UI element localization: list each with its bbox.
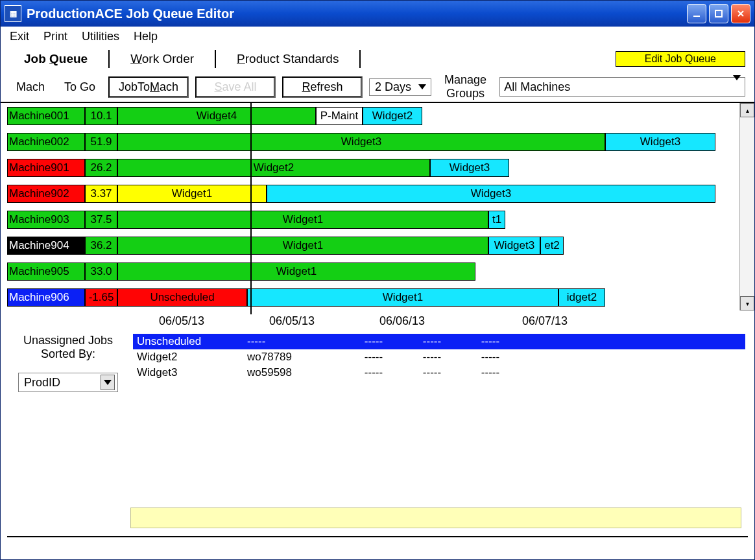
unassigned-list[interactable]: Unscheduled--------------------Widget2wo… xyxy=(133,334,745,392)
axis-tick: 06/06/13 xyxy=(379,314,522,330)
machine-cell[interactable]: Machine002 xyxy=(7,133,85,151)
status-strip xyxy=(130,508,741,528)
titlebar: ▦ ProductionACE Job Queue Editor xyxy=(1,1,754,27)
machine-cell[interactable]: Machine902 xyxy=(7,185,85,203)
tab-job-queue[interactable]: Job Queue xyxy=(10,52,102,66)
unassigned-cell: Unscheduled xyxy=(137,335,221,348)
refresh-key: R xyxy=(302,80,311,93)
togo-cell: 3.37 xyxy=(85,185,117,203)
unassigned-cell: ----- xyxy=(357,335,390,348)
axis-tick: 06/05/13 xyxy=(159,314,269,330)
menu-utilities[interactable]: Utilities xyxy=(82,30,119,43)
togo-cell: 26.2 xyxy=(85,159,117,177)
tab-product-standards[interactable]: Product Standards xyxy=(222,52,353,66)
job-bar[interactable]: Widget3 xyxy=(605,133,715,151)
gantt-area: Machine00110.1Widget4P-MaintWidget2Machi… xyxy=(1,103,754,314)
gantt-row[interactable]: Machine9023.37Widget1Widget3 xyxy=(7,185,739,203)
time-axis: 06/05/13 06/05/13 06/06/13 06/07/13 xyxy=(1,314,754,330)
job-bar[interactable]: Widget3 xyxy=(117,133,605,151)
job-bar[interactable]: Widget1 xyxy=(117,262,475,281)
gantt-row[interactable]: Machine906-1.65UnscheduledWidget1idget2 xyxy=(7,288,739,307)
unassigned-row[interactable]: Widget3wo59598--------------- xyxy=(133,365,745,380)
job-bar[interactable]: Widget1 xyxy=(117,185,267,203)
chevron-down-icon xyxy=(733,80,741,94)
manage-groups-button[interactable]: ManageGroups xyxy=(438,73,493,100)
refresh-button[interactable]: Refresh xyxy=(282,76,363,98)
sort-by-value: ProdID xyxy=(24,376,60,390)
menubar: Exit Print Utilities Help xyxy=(1,27,754,46)
gantt-chart: Machine00110.1Widget4P-MaintWidget2Machi… xyxy=(1,103,739,314)
job-bar[interactable]: Widget1 xyxy=(247,288,558,307)
job-bar[interactable]: Widget3 xyxy=(488,237,540,255)
unassigned-cell: ----- xyxy=(357,351,390,364)
toolbar: Mach To Go JobToMach Save All Refresh 2 … xyxy=(1,72,754,103)
job-to-mach-button[interactable]: JobToMach xyxy=(108,76,189,98)
scroll-down-button[interactable]: ▾ xyxy=(740,296,754,310)
machine-filter-select[interactable]: All Machines xyxy=(499,77,745,97)
menu-print[interactable]: Print xyxy=(43,30,67,43)
axis-tick: 06/07/13 xyxy=(522,314,632,330)
gantt-row[interactable]: Machine90436.2Widget1Widget3et2 xyxy=(7,237,739,255)
sort-by-select[interactable]: ProdID xyxy=(18,373,118,392)
maximize-button[interactable] xyxy=(709,4,728,23)
togo-cell: 51.9 xyxy=(85,133,117,151)
svg-rect-0 xyxy=(693,16,700,17)
vertical-scrollbar[interactable]: ▴ ▾ xyxy=(739,103,754,310)
gantt-row[interactable]: Machine90126.2Widget2Widget3 xyxy=(7,159,739,177)
menu-exit[interactable]: Exit xyxy=(10,30,29,43)
col-header-mach: Mach xyxy=(10,80,51,94)
tab-separator xyxy=(359,50,361,68)
machine-cell[interactable]: Machine001 xyxy=(7,107,85,125)
now-marker xyxy=(250,103,252,314)
gantt-row[interactable]: Machine00251.9Widget3Widget3 xyxy=(7,133,739,151)
time-range-select[interactable]: 2 Days xyxy=(369,78,431,96)
unassigned-cell: ----- xyxy=(416,335,448,348)
time-range-value: 2 Days xyxy=(375,80,411,94)
minimize-button[interactable] xyxy=(687,4,706,23)
tab-work-order[interactable]: Work Order xyxy=(116,52,208,66)
machine-cell[interactable]: Machine901 xyxy=(7,159,85,177)
machine-filter-value: All Machines xyxy=(504,80,570,94)
job-bar[interactable]: Widget1 xyxy=(117,237,488,255)
job-bar[interactable]: Widget4 xyxy=(117,107,316,125)
machine-cell[interactable]: Machine903 xyxy=(7,211,85,229)
unassigned-cell: wo78789 xyxy=(247,351,331,364)
edit-job-queue-button[interactable]: Edit Job Queue xyxy=(616,51,745,67)
unassigned-section: Unassigned Jobs Sorted By: ProdID Unsche… xyxy=(1,330,754,392)
machine-cell[interactable]: Machine906 xyxy=(7,288,85,307)
close-button[interactable] xyxy=(731,4,750,23)
unassigned-cell: Widget2 xyxy=(137,351,221,364)
unassigned-cell: ----- xyxy=(474,366,507,379)
job-bar[interactable]: Widget1 xyxy=(117,211,488,229)
scroll-up-button[interactable]: ▴ xyxy=(740,103,754,117)
unassigned-cell: ----- xyxy=(474,351,507,364)
job-bar[interactable]: t1 xyxy=(488,211,505,229)
unassigned-title-2: Sorted By: xyxy=(41,347,95,361)
close-icon xyxy=(736,9,745,18)
machine-cell[interactable]: Machine904 xyxy=(7,237,85,255)
menu-help[interactable]: Help xyxy=(134,30,158,43)
job-bar[interactable]: Widget3 xyxy=(430,159,509,177)
job-bar[interactable]: Widget2 xyxy=(363,107,422,125)
job-bar[interactable]: P-Maint xyxy=(316,107,363,125)
job-bar[interactable]: et2 xyxy=(540,237,564,255)
gantt-row[interactable]: Machine90533.0Widget1 xyxy=(7,262,739,281)
window-title: ProductionACE Job Queue Editor xyxy=(27,6,687,21)
tab-work-order-key: W xyxy=(130,52,142,65)
job-bar[interactable]: Unscheduled xyxy=(117,288,247,307)
togo-cell: 10.1 xyxy=(85,107,117,125)
unassigned-row[interactable]: Widget2wo78789--------------- xyxy=(133,349,745,365)
unassigned-cell: ----- xyxy=(247,335,331,348)
tab-row: Job Queue Work Order Product Standards E… xyxy=(1,46,754,72)
machine-cell[interactable]: Machine905 xyxy=(7,262,85,281)
job-bar[interactable]: Widget3 xyxy=(267,185,715,203)
unassigned-header: Unassigned Jobs Sorted By: ProdID xyxy=(10,334,126,392)
chevron-down-icon xyxy=(416,81,428,93)
unassigned-row[interactable]: Unscheduled-------------------- xyxy=(133,334,745,349)
save-all-button[interactable]: Save All xyxy=(195,76,276,98)
togo-cell: 33.0 xyxy=(85,262,117,281)
job-bar[interactable]: Widget2 xyxy=(117,159,430,177)
job-bar[interactable]: idget2 xyxy=(558,288,605,307)
gantt-row[interactable]: Machine90337.5Widget1t1 xyxy=(7,211,739,229)
gantt-row[interactable]: Machine00110.1Widget4P-MaintWidget2 xyxy=(7,107,739,125)
